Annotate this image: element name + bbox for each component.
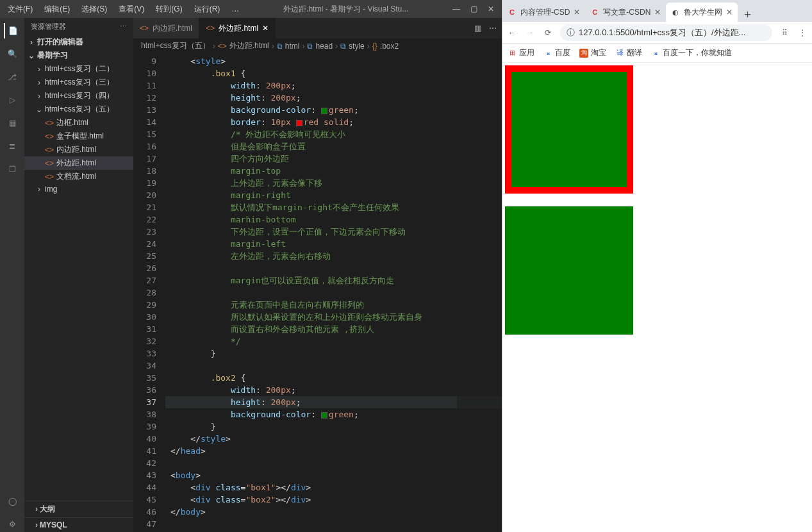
new-tab-icon[interactable]: + xyxy=(738,8,758,22)
menu-select[interactable]: 选择(S) xyxy=(76,3,112,16)
split-editor-icon[interactable]: ▥ xyxy=(474,24,481,33)
url-input[interactable]: ⓘ 127.0.0.1:5500/html+css复习（五）/外边距... xyxy=(560,24,772,41)
menu-run[interactable]: 运行(R) xyxy=(189,3,226,16)
window-title: 外边距.html - 暑期学习 - Visual Stu... xyxy=(245,4,446,15)
bookmark-item[interactable]: 译翻译 xyxy=(615,47,642,58)
source-control-icon[interactable]: ⎇ xyxy=(4,69,20,85)
breadcrumb[interactable]: html+css复习（五）› <>外边距.html› ⧉html› ⧉head›… xyxy=(133,38,502,54)
apps-icon: ⊞ xyxy=(508,49,517,58)
browser-tab[interactable]: C 内容管理-CSD ✕ xyxy=(502,3,585,22)
account-icon[interactable]: ◯ xyxy=(4,494,20,509)
editor-tab[interactable]: <> 内边距.html xyxy=(133,18,199,38)
menu-view[interactable]: 查看(V) xyxy=(113,3,149,16)
sidebar-more-icon[interactable]: ⋯ xyxy=(120,22,127,31)
menu-goto[interactable]: 转到(G) xyxy=(151,3,187,16)
html-icon: <> xyxy=(45,172,54,181)
favicon: C xyxy=(508,8,517,17)
activity-bar: 📄 🔍 ⎇ ▷ ▦ ≣ ❒ ◯ ⚙ xyxy=(0,18,24,532)
line-gutter: 9101112131415161718192021222324252627282… xyxy=(133,54,165,532)
folder-item[interactable]: img xyxy=(45,185,57,194)
close-icon[interactable]: ✕ xyxy=(262,24,269,33)
page-content xyxy=(502,63,812,532)
html-icon: <> xyxy=(45,132,54,141)
vscode-window: 文件(F) 编辑(E) 选择(S) 查看(V) 转到(G) 运行(R) … 外边… xyxy=(0,0,502,532)
open-editors-label[interactable]: 打开的编辑器 xyxy=(37,37,83,47)
chevron-right-icon[interactable]: › xyxy=(28,38,35,47)
file-item[interactable]: 边框.html xyxy=(56,117,88,128)
minimap[interactable] xyxy=(457,54,502,532)
forward-icon[interactable]: → xyxy=(524,28,536,37)
baidu-icon: 𝄪 xyxy=(543,49,552,58)
html-icon: <> xyxy=(45,119,54,128)
close-icon[interactable]: ✕ xyxy=(488,4,494,13)
explorer-sidebar: 资源管理器 ⋯ › 打开的编辑器 ⌄ 暑期学习 ›html+css复习（二） ›… xyxy=(24,18,133,532)
bookmark-item[interactable]: ⊞应用 xyxy=(508,47,534,58)
html-icon: <> xyxy=(140,24,149,33)
database-icon[interactable]: ≣ xyxy=(4,138,20,154)
root-folder[interactable]: 暑期学习 xyxy=(37,50,68,61)
editor-tab[interactable]: <> 外边距.html ✕ xyxy=(199,18,276,38)
file-item[interactable]: 文档流.html xyxy=(56,171,96,182)
taobao-icon: 淘 xyxy=(579,49,588,58)
reload-icon[interactable]: ⟳ xyxy=(542,28,554,37)
menubar: 文件(F) 编辑(E) 选择(S) 查看(V) 转到(G) 运行(R) … 外边… xyxy=(0,0,502,18)
browser-tabs: C 内容管理-CSD ✕ C 写文章-CSDN ✕ ◐ 鲁大学生网 ✕ + xyxy=(502,0,812,22)
code-editor[interactable]: <style> .box1 { width: 200px; height: 20… xyxy=(165,54,502,532)
baidu-icon: 𝄪 xyxy=(651,49,660,58)
file-item[interactable]: 内边距.html xyxy=(56,144,96,155)
html-icon: <> xyxy=(45,159,54,168)
address-bar: ← → ⟳ ⓘ 127.0.0.1:5500/html+css复习（五）/外边距… xyxy=(502,22,812,44)
folder-item[interactable]: html+css复习（五） xyxy=(45,104,114,115)
back-icon[interactable]: ← xyxy=(506,28,518,37)
close-icon[interactable]: ✕ xyxy=(654,8,661,17)
favicon: ◐ xyxy=(671,8,680,17)
browser-tab[interactable]: C 写文章-CSDN ✕ xyxy=(585,3,666,22)
browser-menu-icon[interactable]: ⋮ xyxy=(797,28,808,37)
box2 xyxy=(505,206,633,335)
menu-edit[interactable]: 编辑(E) xyxy=(39,3,75,16)
editor-more-icon[interactable]: ⋯ xyxy=(489,24,497,33)
menu-file[interactable]: 文件(F) xyxy=(3,3,38,16)
bookmark-bar: ⊞应用 𝄪百度 淘淘宝 译翻译 𝄪百度一下，你就知道 xyxy=(502,44,812,63)
file-item[interactable]: 盒子模型.html xyxy=(56,131,104,142)
folder-item[interactable]: html+css复习（四） xyxy=(45,90,114,101)
outline-section[interactable]: 大纲 xyxy=(40,504,55,513)
box1 xyxy=(505,65,633,194)
search-icon[interactable]: 🔍 xyxy=(4,46,20,62)
browser-window: C 内容管理-CSD ✕ C 写文章-CSDN ✕ ◐ 鲁大学生网 ✕ + ← … xyxy=(502,0,812,532)
extensions-icon[interactable]: ▦ xyxy=(4,115,20,131)
bookmark-item[interactable]: 淘淘宝 xyxy=(579,47,606,58)
html-icon: <> xyxy=(45,145,54,154)
html-icon: <> xyxy=(206,24,215,33)
minimize-icon[interactable]: — xyxy=(452,4,460,13)
file-item[interactable]: 外边距.html xyxy=(56,158,96,169)
editor-tabs: <> 内边距.html <> 外边距.html ✕ ▥ ⋯ xyxy=(133,18,502,38)
folder-item[interactable]: html+css复习（三） xyxy=(45,77,114,88)
explorer-icon[interactable]: 📄 xyxy=(4,23,19,38)
translate-icon[interactable]: ⠿ xyxy=(779,28,790,37)
close-icon[interactable]: ✕ xyxy=(726,8,733,17)
run-icon[interactable]: ▷ xyxy=(4,92,20,108)
favicon: C xyxy=(590,8,599,17)
sidebar-header: 资源管理器 xyxy=(31,22,66,31)
maximize-icon[interactable]: ▢ xyxy=(470,4,477,13)
editor-group: <> 内边距.html <> 外边距.html ✕ ▥ ⋯ html+css复习… xyxy=(133,18,502,532)
close-icon[interactable]: ✕ xyxy=(574,8,580,17)
bookmark-item[interactable]: 𝄪百度 xyxy=(543,47,570,58)
chevron-down-icon[interactable]: ⌄ xyxy=(28,51,35,60)
mysql-section[interactable]: MYSQL xyxy=(40,520,67,529)
stack-icon[interactable]: ❒ xyxy=(4,162,20,177)
settings-icon[interactable]: ⚙ xyxy=(4,517,20,532)
translate-icon: 译 xyxy=(615,49,624,58)
menu-more[interactable]: … xyxy=(226,3,244,15)
browser-tab[interactable]: ◐ 鲁大学生网 ✕ xyxy=(666,3,738,22)
info-icon[interactable]: ⓘ xyxy=(567,27,575,38)
bookmark-item[interactable]: 𝄪百度一下，你就知道 xyxy=(651,47,732,58)
folder-item[interactable]: html+css复习（二） xyxy=(45,63,114,74)
